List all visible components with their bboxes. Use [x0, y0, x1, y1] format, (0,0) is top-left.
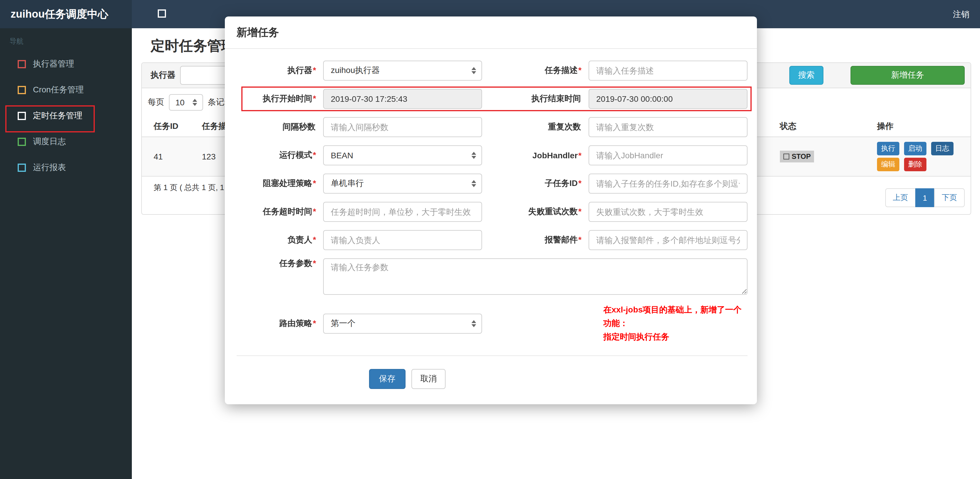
interval-label: 间隔秒数 — [237, 122, 323, 132]
run-mode-select[interactable]: BEAN — [323, 145, 482, 166]
select-arrows-icon — [192, 99, 197, 106]
feature-note-line1: 在xxl-jobs项目的基础上，新增了一个功能： — [603, 303, 748, 330]
col-task-id: 任务ID — [142, 116, 197, 137]
route-strategy-label: 路由策略* — [237, 318, 323, 329]
executor-label: 执行器* — [237, 65, 323, 76]
timeout-label: 任务超时时间* — [237, 207, 323, 217]
per-page-select[interactable]: 10 — [169, 94, 203, 111]
select-arrows-icon — [471, 320, 476, 327]
sidebar-item-run-report[interactable]: 运行报表 — [0, 155, 132, 181]
author-label: 负责人* — [237, 235, 323, 245]
cell-status: STOP — [775, 137, 872, 176]
sidebar-item-cron-task-management[interactable]: Cron任务管理 — [0, 77, 132, 103]
block-strategy-select[interactable]: 单机串行 — [323, 173, 482, 194]
sidebar-toggle-icon[interactable] — [158, 10, 166, 18]
log-button[interactable]: 日志 — [931, 142, 953, 155]
alarm-email-label: 报警邮件* — [482, 235, 589, 245]
pagination: 上页 1 下页 — [885, 188, 965, 207]
form-row-run-mode: 运行模式* BEAN JobHandler* — [237, 145, 748, 166]
start-time-input[interactable] — [323, 89, 482, 109]
job-handler-label: JobHandler* — [482, 151, 589, 160]
run-button[interactable]: 执行 — [877, 142, 899, 155]
col-actions: 操作 — [872, 116, 970, 137]
logout-link[interactable]: 注销 — [953, 0, 969, 28]
search-button[interactable]: 搜索 — [789, 66, 823, 85]
action-line-1: 执行 启动 日志 — [877, 142, 966, 155]
author-input[interactable] — [323, 230, 482, 250]
select-arrows-icon — [471, 180, 476, 187]
next-page-button[interactable]: 下页 — [934, 188, 965, 207]
run-mode-label: 运行模式* — [237, 150, 323, 161]
form-row-job-param: 任务参数* — [237, 258, 748, 295]
fail-retry-input[interactable] — [589, 202, 748, 222]
delete-button[interactable]: 删除 — [904, 158, 926, 171]
form-row-route-strategy: 路由策略* 第一个 在xxl-jobs项目的基础上，新增了一个功能： 指定时间执… — [237, 303, 748, 344]
repeat-count-label: 重复次数 — [482, 122, 589, 132]
save-button[interactable]: 保存 — [369, 369, 406, 389]
cell-task-id: 41 — [142, 137, 197, 176]
square-icon — [18, 138, 26, 146]
form-row-exec-time: 执行开始时间* 执行结束时间 — [237, 89, 748, 109]
form-row-interval: 间隔秒数 重复次数 — [237, 117, 748, 137]
form-row-block-strategy: 阻塞处理策略* 单机串行 子任务ID* — [237, 173, 748, 194]
sidebar-item-label: 定时任务管理 — [33, 111, 83, 121]
square-icon — [18, 86, 26, 94]
timeout-input[interactable] — [323, 202, 482, 222]
status-badge: STOP — [780, 151, 814, 162]
repeat-count-input[interactable] — [589, 117, 748, 137]
child-job-id-label: 子任务ID* — [482, 178, 589, 189]
sidebar-section-label: 导航 — [0, 28, 132, 51]
job-desc-label: 任务描述* — [482, 65, 589, 76]
modal-title: 新增任务 — [225, 16, 757, 49]
sidebar-item-label: 调度日志 — [33, 137, 66, 147]
form-row-executor: 执行器* zuihou执行器 任务描述* — [237, 60, 748, 81]
modal-body: 执行器* zuihou执行器 任务描述* 执行开始时间* 执行结束时间 — [225, 49, 757, 404]
modal-footer: 保存 取消 — [225, 356, 757, 404]
sidebar-item-scheduled-task-management[interactable]: 定时任务管理 — [0, 103, 132, 129]
per-page-prefix: 每页 — [148, 97, 164, 108]
job-param-textarea[interactable] — [323, 258, 748, 295]
current-page-button[interactable]: 1 — [915, 188, 935, 207]
executor-select[interactable]: zuihou执行器 — [323, 60, 482, 81]
edit-button[interactable]: 编辑 — [877, 158, 899, 171]
interval-seconds-input[interactable] — [323, 117, 482, 137]
job-desc-input[interactable] — [589, 60, 748, 81]
select-arrows-icon — [471, 152, 476, 159]
cell-actions: 执行 启动 日志 编辑 删除 — [872, 137, 970, 176]
route-strategy-select[interactable]: 第一个 — [323, 313, 482, 333]
sidebar-item-label: Cron任务管理 — [33, 85, 84, 95]
add-task-button[interactable]: 新增任务 — [851, 66, 965, 85]
per-page-value: 10 — [175, 98, 185, 107]
start-button[interactable]: 启动 — [904, 142, 926, 155]
end-time-input[interactable] — [589, 89, 748, 109]
prev-page-button[interactable]: 上页 — [885, 188, 916, 207]
square-icon — [18, 112, 26, 120]
sidebar: 导航 执行器管理 Cron任务管理 定时任务管理 调度日志 运行报表 — [0, 28, 132, 479]
fail-retry-label: 失败重试次数* — [482, 207, 589, 217]
form-row-timeout: 任务超时时间* 失败重试次数* — [237, 202, 748, 222]
app-root: zuihou任务调度中心 注销 导航 执行器管理 Cron任务管理 定时任务管理… — [0, 0, 980, 479]
sidebar-item-label: 运行报表 — [33, 162, 66, 173]
feature-note: 在xxl-jobs项目的基础上，新增了一个功能： 指定时间执行任务 — [603, 303, 748, 344]
end-time-label: 执行结束时间 — [482, 94, 589, 104]
sidebar-item-label: 执行器管理 — [33, 59, 74, 70]
viewport: zuihou任务调度中心 注销 导航 执行器管理 Cron任务管理 定时任务管理… — [0, 0, 980, 479]
start-time-label: 执行开始时间* — [237, 94, 323, 104]
alarm-email-input[interactable] — [589, 230, 748, 250]
square-icon — [18, 164, 26, 172]
executor-filter-label: 执行器 — [148, 70, 175, 81]
square-icon — [18, 60, 26, 68]
child-job-id-input[interactable] — [589, 173, 748, 194]
brand-title: zuihou任务调度中心 — [0, 0, 132, 28]
cancel-button[interactable]: 取消 — [411, 369, 445, 389]
feature-note-line2: 指定时间执行任务 — [603, 330, 748, 344]
sidebar-item-dispatch-log[interactable]: 调度日志 — [0, 129, 132, 155]
sidebar-item-executor-management[interactable]: 执行器管理 — [0, 51, 132, 77]
block-strategy-label: 阻塞处理策略* — [237, 178, 323, 189]
select-arrows-icon — [471, 67, 476, 74]
action-line-2: 编辑 删除 — [877, 158, 966, 171]
job-handler-input[interactable] — [589, 145, 748, 166]
form-row-author: 负责人* 报警邮件* — [237, 230, 748, 250]
col-status: 状态 — [775, 116, 872, 137]
add-task-modal: 新增任务 执行器* zuihou执行器 任务描述* 执行开始时间* — [225, 16, 757, 404]
